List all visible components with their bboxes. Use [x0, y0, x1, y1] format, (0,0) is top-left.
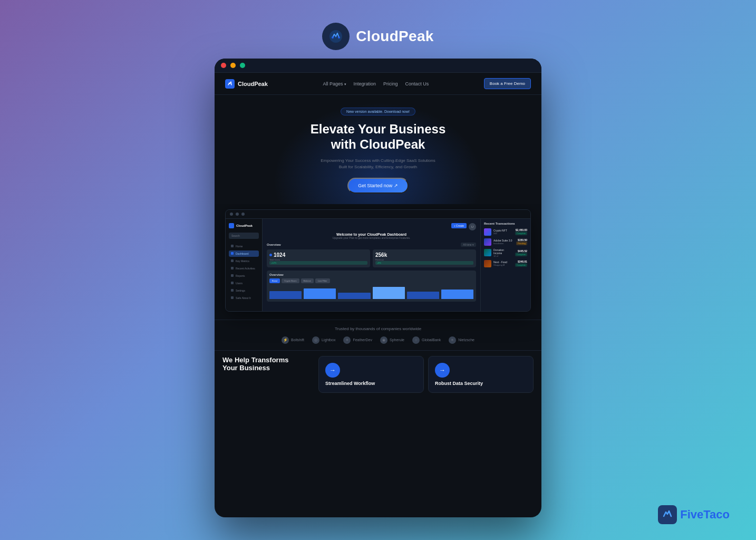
- hero-subtitle: Empowering Your Success with Cutting-Edg…: [320, 158, 436, 170]
- transaction-avatar-2: [484, 238, 491, 246]
- transaction-item-2: Adobe Suite 3.0 Installation $150.50 Pen…: [484, 238, 527, 246]
- transaction-avatar-3: [484, 249, 491, 256]
- dash-filter-crypto[interactable]: Crypto Boom: [282, 278, 299, 283]
- dash-stat-users-value: 1024: [269, 252, 367, 258]
- dash-nav-dot-home: [231, 245, 234, 247]
- svg-point-3: [338, 36, 340, 38]
- trusted-lightbox: ◎ Lightbox: [312, 336, 335, 344]
- close-dot: [221, 63, 226, 68]
- hero-section: New version available. Download now! Ele…: [215, 95, 541, 204]
- dash-welcome: Welcome to your CloudPeak Dashboard Upgr…: [267, 233, 476, 239]
- dash-stat-revenue-value: 256k: [375, 252, 473, 258]
- dash-dot-2: [236, 213, 239, 216]
- dash-filter-balance[interactable]: Balance: [301, 278, 314, 283]
- top-branding: CloudPeak: [215, 23, 541, 50]
- transaction-status-4: Complete: [515, 263, 527, 267]
- transaction-right-4: $348.81 Complete: [515, 260, 527, 267]
- hero-title: Elevate Your Business with CloudPeak: [230, 122, 526, 152]
- dash-nav-label-metrics: Key Metrics: [236, 259, 249, 263]
- dash-chrome: [226, 210, 530, 219]
- dash-user-avatar: U: [469, 223, 476, 230]
- transaction-info-2: Adobe Suite 3.0 Installation: [493, 239, 514, 245]
- transaction-date-1: 244: [493, 232, 513, 235]
- workflow-title: Streamlined Workflow: [325, 381, 375, 386]
- dash-nav-users[interactable]: Users: [229, 280, 259, 286]
- dash-bar-4: [373, 287, 405, 299]
- dash-nav-activities[interactable]: Recent Activities: [229, 265, 259, 272]
- dash-date-select[interactable]: All time ▾: [461, 243, 476, 247]
- dash-overview-label: Overview: [267, 243, 281, 246]
- transaction-right-1: $2,450.83 Complete: [515, 228, 527, 235]
- fivetaco-icon-svg: [662, 509, 673, 520]
- nav-contact[interactable]: Contact Us: [405, 81, 429, 86]
- dash-dot-3: [241, 213, 245, 216]
- nav-logo-text: CloudPeak: [238, 81, 268, 87]
- dash-bar-1: [269, 291, 302, 299]
- dash-filter-last[interactable]: Last Filter: [315, 278, 330, 283]
- transaction-name-3: Donation Income: [493, 248, 513, 255]
- dash-nav-dot-settings: [231, 289, 234, 292]
- transaction-amount-2: $150.50: [516, 238, 527, 242]
- dash-nav-home[interactable]: Home: [229, 243, 259, 249]
- featherdev-icon: ≡: [343, 336, 351, 344]
- trusted-nietzsche: ✳ Nietzsche: [449, 336, 474, 344]
- spherule-label: Spherule: [390, 338, 404, 342]
- svg-point-2: [335, 36, 337, 37]
- cloudpeak-logo-icon: [328, 29, 343, 44]
- globalbank-label: GlobalBank: [422, 338, 441, 342]
- dash-nav-safe[interactable]: Safe About It: [229, 295, 259, 301]
- trusted-featherdev: ≡ FeatherDev: [343, 336, 372, 344]
- lightbox-label: Lightbox: [322, 338, 335, 342]
- transaction-info-4: Next - Food Shopping M: [493, 261, 513, 266]
- dash-nav-settings[interactable]: Settings: [229, 287, 259, 294]
- lightbox-icon: ◎: [312, 336, 319, 344]
- transaction-right-3: $445.52 Complete: [515, 249, 527, 256]
- dash-create-btn[interactable]: + Create: [451, 223, 467, 228]
- dash-bar-5: [407, 292, 439, 299]
- dash-nav-dashboard[interactable]: Dashboard: [229, 250, 259, 257]
- transaction-amount-1: $2,450.83: [515, 228, 527, 232]
- dash-sidebar: CloudPeak Search Home Dashboard: [226, 219, 263, 311]
- dash-nav-reports[interactable]: Reports: [229, 273, 259, 279]
- transaction-avatar-4: [484, 260, 491, 267]
- transaction-avatar-1: [484, 228, 491, 236]
- dash-stats: 1024 Total Users +12% 256k Revenue: [267, 249, 476, 267]
- dash-stat-revenue: 256k Revenue +8%: [373, 249, 476, 267]
- dash-nav-metrics[interactable]: Key Metrics: [229, 258, 259, 264]
- workflow-icon: →: [329, 367, 336, 374]
- transaction-date-2: Installation: [493, 242, 514, 245]
- boltshift-label: Boltshift: [291, 338, 304, 342]
- stat-dot: [269, 254, 272, 256]
- security-title: Robust Data Security: [435, 381, 483, 386]
- dash-bar-3: [338, 293, 370, 298]
- get-started-button[interactable]: Get Started now ↗: [347, 178, 409, 194]
- dash-nav-label-settings: Settings: [236, 289, 245, 292]
- dash-search-box[interactable]: Search: [229, 233, 259, 239]
- dash-stat-revenue-badge: +8%: [375, 261, 473, 265]
- dash-dot-1: [230, 213, 233, 216]
- dash-nav-dot-metrics: [231, 259, 234, 262]
- workflow-icon-circle: →: [325, 363, 340, 378]
- transaction-info-3: Donation Income 12 of: [493, 248, 513, 257]
- nav-links: All Pages Integration Pricing Contact Us: [323, 81, 429, 86]
- fivetaco-text: FiveTaco: [680, 508, 730, 522]
- dash-stat-users: 1024 Total Users +12%: [267, 249, 370, 267]
- globalbank-icon: ○: [412, 336, 420, 344]
- trusted-title: Trusted by thousands of companies worldw…: [225, 326, 531, 331]
- nav-integration[interactable]: Integration: [354, 81, 376, 86]
- dash-nav-label-safe: Safe About It: [236, 296, 251, 300]
- fivetaco-first: Five: [680, 508, 703, 521]
- dash-filter-boost[interactable]: Boost: [269, 278, 280, 283]
- nav-pricing[interactable]: Pricing: [383, 81, 398, 86]
- features-section: We Help TransformsYour Business → Stream…: [215, 350, 541, 398]
- book-demo-button[interactable]: Book a Free Demo: [484, 78, 531, 89]
- nav-logo: CloudPeak: [225, 79, 268, 89]
- trusted-boltshift: ⚡ Boltshift: [282, 336, 304, 344]
- dash-stat-users-label: Total Users: [269, 258, 367, 261]
- nav-all-pages[interactable]: All Pages: [323, 81, 346, 86]
- dash-nav-label-reports: Reports: [236, 274, 245, 277]
- dash-nav-dot-activities: [231, 267, 234, 269]
- dash-main: + Create U Welcome to your CloudPeak Das…: [263, 219, 480, 311]
- transaction-status-1: Complete: [515, 232, 527, 235]
- dash-chart-label: Overview: [269, 273, 473, 276]
